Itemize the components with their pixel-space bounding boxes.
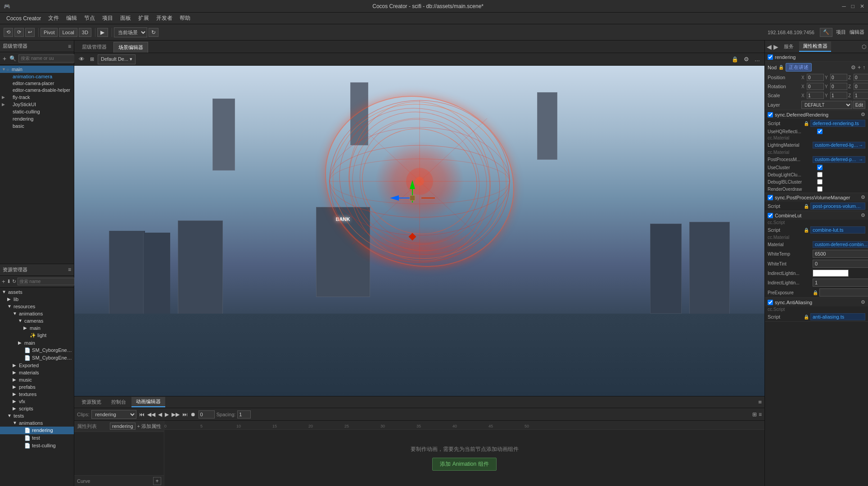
services-tab-btn[interactable]: 服务: [780, 42, 797, 51]
combinelut-enable[interactable]: [768, 213, 773, 218]
preexposure-input[interactable]: [819, 288, 868, 297]
vp-more-btn[interactable]: …: [753, 56, 762, 63]
menu-extend[interactable]: 扩展: [136, 14, 152, 23]
toolbar-btn-2[interactable]: ⟳: [14, 28, 24, 37]
asset-item[interactable]: 📄 test-culling: [0, 442, 74, 450]
anim-record-btn[interactable]: ⏺: [190, 411, 197, 418]
tab-animation-editor[interactable]: 动画编辑器: [131, 397, 165, 407]
asset-item[interactable]: ▶main: [0, 339, 74, 346]
hier-search-btn[interactable]: 🔍: [9, 55, 17, 62]
tree-item-joystickui[interactable]: ▶ JoyStickUI: [0, 101, 74, 108]
spacing-input[interactable]: [237, 410, 251, 418]
asset-item[interactable]: ▼cameras: [0, 317, 74, 324]
menu-node[interactable]: 节点: [81, 14, 98, 23]
asset-item[interactable]: ▼animations: [0, 310, 74, 317]
ppvm-header[interactable]: sync.PostProcessVolumeManager ⚙: [765, 193, 868, 202]
add-prop-btn[interactable]: + 添加属性: [137, 423, 161, 430]
menu-file[interactable]: 文件: [45, 14, 62, 23]
nod-arrow-up-btn[interactable]: ↑: [863, 64, 865, 71]
nod-plus-btn[interactable]: +: [858, 64, 861, 71]
hierarchy-search[interactable]: [18, 54, 80, 63]
vp-default-de-select[interactable]: Default De... ▾: [98, 54, 136, 64]
usecluster-checkbox[interactable]: [817, 165, 823, 170]
asset-item[interactable]: ▶music: [0, 376, 74, 383]
rot-z[interactable]: [854, 83, 868, 90]
hier-add-btn[interactable]: +: [2, 55, 7, 62]
menu-panel[interactable]: 面板: [118, 14, 134, 23]
close-btn[interactable]: ✕: [860, 3, 864, 9]
deferred-enable[interactable]: [768, 112, 773, 117]
asset-item[interactable]: ▶textures: [0, 391, 74, 398]
anim-prev-prev-btn[interactable]: ◀◀: [146, 411, 156, 418]
menu-help[interactable]: 帮助: [177, 14, 193, 23]
anim-keys-btn[interactable]: ⊞: [752, 411, 757, 418]
asset-item[interactable]: 📄 SМ_CyborgEnemy01_ba: [0, 346, 74, 354]
add-animation-component-btn[interactable]: 添加 Animation 组件: [432, 458, 496, 471]
3d-btn[interactable]: 3D: [79, 28, 91, 37]
anim-next-next-btn[interactable]: ▶▶: [171, 411, 181, 418]
anim-first-btn[interactable]: ⏮: [138, 411, 145, 418]
clip-select[interactable]: rendering: [91, 410, 136, 419]
bottom-panel-menu[interactable]: ≡: [758, 399, 762, 405]
scale-x[interactable]: [807, 92, 824, 99]
debuglight-checkbox[interactable]: [817, 172, 823, 177]
inspector-tab-btn[interactable]: 属性检查器: [799, 41, 831, 52]
indirectlight2-input[interactable]: [813, 279, 868, 287]
layer-edit-btn[interactable]: Edit: [853, 101, 865, 109]
tree-item-rendering[interactable]: rendering: [0, 115, 74, 122]
debugibl-checkbox[interactable]: [817, 179, 823, 184]
maximize-btn[interactable]: □: [851, 3, 854, 9]
whitetemp-input[interactable]: [813, 250, 868, 258]
assets-import-btn[interactable]: ⬇: [7, 279, 11, 284]
local-btn[interactable]: Local: [59, 28, 77, 37]
scene-select[interactable]: 当前场景: [114, 27, 147, 37]
rot-x[interactable]: [807, 83, 824, 90]
pos-z[interactable]: [854, 74, 868, 81]
anim-play-btn[interactable]: ▶: [164, 411, 170, 418]
ppvm-gear-btn[interactable]: ⚙: [861, 194, 865, 200]
refresh-scene-btn[interactable]: ↻: [149, 28, 158, 37]
combinelut-gear-btn[interactable]: ⚙: [861, 212, 865, 218]
assets-search[interactable]: [18, 278, 78, 285]
tree-item-basic[interactable]: basic: [0, 122, 74, 130]
tree-item-editor-cam-placer[interactable]: editor-camera-placer: [0, 80, 74, 87]
asset-item[interactable]: ▶lib: [0, 296, 74, 303]
asset-item[interactable]: 📄 SМ_CyborgEnemy02_ba: [0, 354, 74, 362]
tab-resource-preview[interactable]: 资源预览: [77, 397, 106, 407]
build-icon[interactable]: 🔨: [820, 28, 832, 37]
vp-gear-btn[interactable]: ⚙: [742, 55, 751, 63]
menu-cocos[interactable]: Cocos Creator: [4, 14, 44, 22]
right-nav-right[interactable]: ▶: [773, 43, 778, 50]
renderoverdraw-checkbox[interactable]: [817, 186, 823, 192]
asset-item[interactable]: 📄 test: [0, 434, 74, 442]
deferred-script-link[interactable]: deferred-rendering.ts: [810, 120, 865, 127]
usehq-checkbox[interactable]: [817, 129, 823, 134]
asset-item[interactable]: ▶vfx: [0, 398, 74, 405]
asset-item[interactable]: ✨ light: [0, 332, 74, 339]
play-btn[interactable]: ▶: [97, 28, 108, 37]
aa-script-link[interactable]: anti-aliasing.ts: [810, 313, 865, 320]
rendering-checkbox[interactable]: [768, 54, 773, 60]
assets-refresh-btn[interactable]: ↻: [12, 279, 16, 284]
asset-item[interactable]: ▼assets: [0, 288, 74, 296]
tree-item-fly-track[interactable]: ▶ fly-track: [0, 94, 74, 101]
asset-item[interactable]: ▼resources: [0, 303, 74, 310]
minimize-btn[interactable]: ─: [842, 3, 846, 9]
lighting-mat-value[interactable]: custom-deferred-lighting... →: [813, 142, 865, 148]
hierarchy-menu-icon[interactable]: ≡: [68, 43, 71, 50]
add-curve-btn[interactable]: +: [153, 477, 161, 485]
asset-item[interactable]: ▶materials: [0, 369, 74, 376]
combinelut-header[interactable]: CombineLut ⚙: [765, 211, 868, 220]
insp-panel-expand[interactable]: ⬡: [862, 44, 866, 50]
asset-item[interactable]: ▶prefabs: [0, 383, 74, 391]
tab-scene-editor[interactable]: 场景编辑器: [113, 42, 148, 53]
rot-y[interactable]: [830, 83, 847, 90]
asset-item[interactable]: 📄 rendering: [0, 427, 74, 434]
tab-hierarchy[interactable]: 层级管理器: [77, 41, 112, 53]
tree-item-main[interactable]: ▼ ○ main: [0, 66, 74, 73]
aa-gear-btn[interactable]: ⚙: [861, 299, 865, 305]
ppvm-enable[interactable]: [768, 195, 773, 200]
pivot-btn[interactable]: Pivot: [41, 28, 58, 37]
asset-item[interactable]: ▶main: [0, 324, 74, 332]
pos-x[interactable]: [807, 74, 824, 81]
